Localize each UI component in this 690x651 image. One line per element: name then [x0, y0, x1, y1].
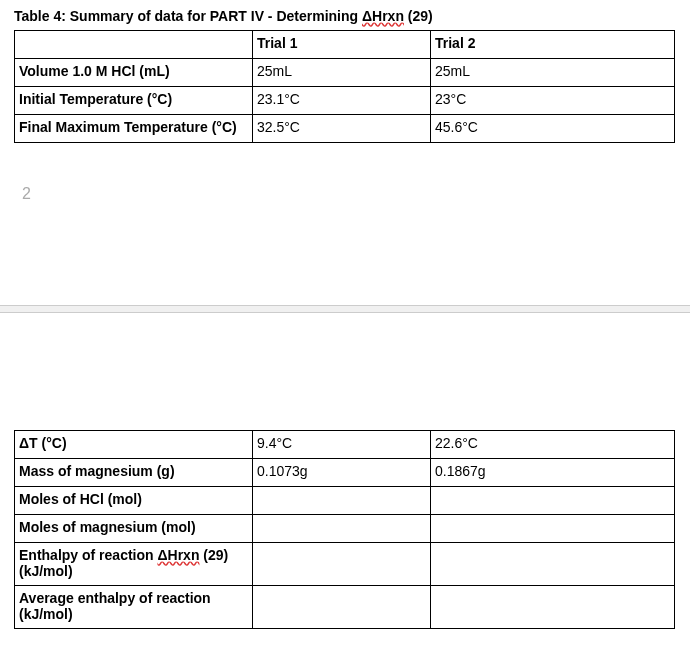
table-row: Volume 1.0 M HCl (mL) 25mL 25mL	[15, 59, 675, 87]
table-row: Average enthalpy of reaction (kJ/mol)	[15, 586, 675, 629]
cell-value	[431, 543, 675, 586]
row-label: ΔT (°C)	[15, 431, 253, 459]
table-row: Mass of magnesium (g) 0.1073g 0.1867g	[15, 459, 675, 487]
page-break-divider	[0, 305, 690, 313]
cell-value	[253, 543, 431, 586]
cell-value: 25mL	[431, 59, 675, 87]
header-trial2: Trial 2	[431, 31, 675, 59]
row-label: Mass of magnesium (g)	[15, 459, 253, 487]
row-label: Moles of magnesium (mol)	[15, 515, 253, 543]
row-label-enthalpy: Enthalpy of reaction ΔHrxn (29) (kJ/mol)	[15, 543, 253, 586]
title-suffix: (29)	[404, 8, 433, 24]
cell-value	[431, 515, 675, 543]
table-row: Initial Temperature (°C) 23.1°C 23°C	[15, 87, 675, 115]
cell-value: 23°C	[431, 87, 675, 115]
cell-value: 32.5°C	[253, 115, 431, 143]
cell-value: 9.4°C	[253, 431, 431, 459]
cell-value: 45.6°C	[431, 115, 675, 143]
table-row: Moles of HCl (mol)	[15, 487, 675, 515]
row-label: Volume 1.0 M HCl (mL)	[15, 59, 253, 87]
cell-value: 23.1°C	[253, 87, 431, 115]
row-label: Average enthalpy of reaction (kJ/mol)	[15, 586, 253, 629]
label-pre: Enthalpy of reaction	[19, 547, 157, 563]
table-row: Final Maximum Temperature (°C) 32.5°C 45…	[15, 115, 675, 143]
table-title: Table 4: Summary of data for PART IV - D…	[0, 0, 690, 30]
cell-value	[253, 487, 431, 515]
table-row: Trial 1 Trial 2	[15, 31, 675, 59]
cell-value	[253, 515, 431, 543]
page-number: 2	[0, 143, 690, 203]
cell-value: 0.1867g	[431, 459, 675, 487]
cell-value	[431, 586, 675, 629]
table-row: Moles of magnesium (mol)	[15, 515, 675, 543]
row-label: Moles of HCl (mol)	[15, 487, 253, 515]
title-prefix: Table 4: Summary of data for PART IV - D…	[14, 8, 362, 24]
data-table-1: Trial 1 Trial 2 Volume 1.0 M HCl (mL) 25…	[14, 30, 675, 143]
cell-value	[253, 586, 431, 629]
row-label: Final Maximum Temperature (°C)	[15, 115, 253, 143]
data-table-2: ΔT (°C) 9.4°C 22.6°C Mass of magnesium (…	[14, 430, 675, 629]
header-trial1: Trial 1	[253, 31, 431, 59]
cell-value: 22.6°C	[431, 431, 675, 459]
table-row: ΔT (°C) 9.4°C 22.6°C	[15, 431, 675, 459]
header-blank	[15, 31, 253, 59]
title-delta-hrxn: ΔHrxn	[362, 8, 404, 24]
cell-value	[431, 487, 675, 515]
delta-hrxn-inline: ΔHrxn	[157, 547, 199, 563]
row-label: Initial Temperature (°C)	[15, 87, 253, 115]
cell-value: 0.1073g	[253, 459, 431, 487]
cell-value: 25mL	[253, 59, 431, 87]
table-row: Enthalpy of reaction ΔHrxn (29) (kJ/mol)	[15, 543, 675, 586]
